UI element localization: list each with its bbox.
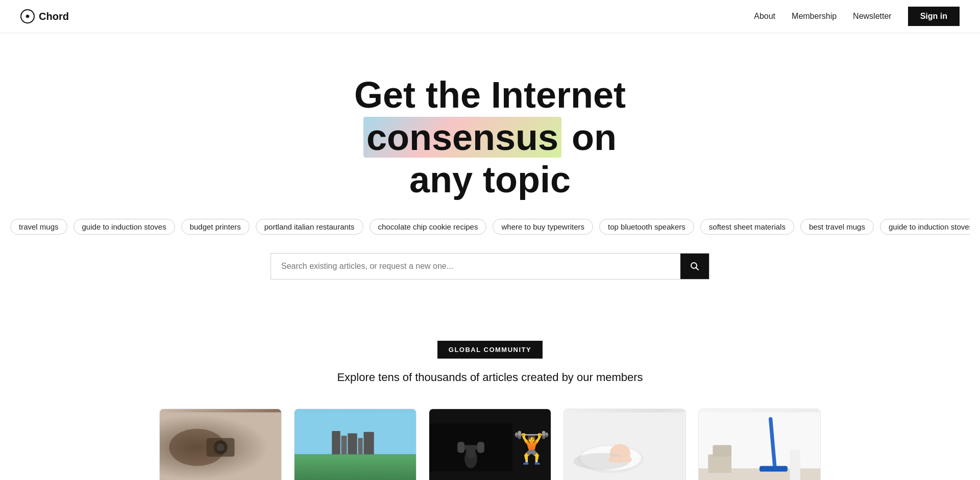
svg-point-26 <box>466 446 476 459</box>
search-bar <box>271 253 709 280</box>
card-image-dashcam <box>160 409 281 480</box>
svg-point-8 <box>217 444 225 451</box>
tag-pill[interactable]: chocolate chip cookie recipes <box>370 219 487 235</box>
nav-about[interactable]: About <box>754 12 775 21</box>
article-card-sleep[interactable] <box>564 409 686 480</box>
signin-button[interactable]: Sign in <box>908 7 960 26</box>
card-image-weights <box>429 409 551 480</box>
community-subtitle: Explore tens of thousands of articles cr… <box>337 371 643 384</box>
search-input[interactable] <box>271 254 680 279</box>
hero-heading: Get the Internet consensus onany topic <box>260 74 720 200</box>
tag-pill[interactable]: best travel mugs <box>800 219 874 235</box>
logo-text: Chord <box>39 11 69 22</box>
svg-point-16 <box>316 465 319 467</box>
article-card-london[interactable] <box>294 409 416 480</box>
navbar: Chord About Membership Newsletter Sign i… <box>0 0 980 33</box>
tag-pill[interactable]: top bluetooth speakers <box>599 219 694 235</box>
svg-rect-15 <box>363 432 374 454</box>
london-svg <box>295 409 416 480</box>
svg-rect-23 <box>457 442 464 453</box>
svg-rect-36 <box>760 466 788 472</box>
tag-pill[interactable]: softest sheet materials <box>700 219 794 235</box>
svg-rect-13 <box>348 434 357 454</box>
card-image-vacuum <box>699 409 820 480</box>
hero-section: Get the Internet consensus onany topic t… <box>0 33 980 310</box>
community-badge: GLOBAL COMMUNITY <box>437 341 543 359</box>
tag-pill[interactable]: guide to induction stoves <box>880 219 970 235</box>
nav-links: About Membership Newsletter Sign in <box>754 7 960 26</box>
card-image-london <box>295 409 416 480</box>
svg-rect-4 <box>160 413 281 480</box>
vacuum-svg <box>699 409 820 480</box>
svg-point-1 <box>26 15 29 18</box>
community-section: GLOBAL COMMUNITY Explore tens of thousan… <box>0 310 980 480</box>
search-icon <box>690 261 700 271</box>
svg-rect-6 <box>207 438 235 457</box>
svg-point-17 <box>326 467 328 470</box>
logo-icon <box>20 9 35 23</box>
nav-membership[interactable]: Membership <box>792 12 837 21</box>
svg-rect-38 <box>708 454 731 473</box>
svg-rect-32 <box>608 457 632 463</box>
tag-pill[interactable]: guide to induction stoves <box>74 219 175 235</box>
svg-point-19 <box>368 464 371 466</box>
tags-container: travel mugsguide to induction stovesbudg… <box>10 219 970 235</box>
card-image-sleep <box>564 409 685 480</box>
tag-pill[interactable]: travel mugs <box>10 219 67 235</box>
cards-row <box>133 409 847 480</box>
svg-rect-14 <box>358 438 362 454</box>
article-card-vacuum[interactable] <box>698 409 821 480</box>
tag-pill[interactable]: portland italian restaurants <box>256 219 363 235</box>
svg-rect-24 <box>477 442 484 453</box>
logo[interactable]: Chord <box>20 9 69 23</box>
article-card-dashcam[interactable] <box>159 409 282 480</box>
svg-line-3 <box>696 268 699 270</box>
tag-pill[interactable]: budget printers <box>181 219 250 235</box>
search-button[interactable] <box>680 254 709 279</box>
svg-rect-39 <box>713 445 731 457</box>
svg-point-5 <box>169 429 225 466</box>
sleep-svg <box>564 409 685 480</box>
nav-newsletter[interactable]: Newsletter <box>853 12 892 21</box>
svg-rect-11 <box>332 431 340 454</box>
svg-rect-37 <box>790 450 800 480</box>
svg-point-18 <box>340 466 342 469</box>
tags-track: travel mugsguide to induction stovesbudg… <box>10 219 970 235</box>
svg-point-7 <box>213 441 227 454</box>
svg-rect-10 <box>295 454 416 480</box>
tag-pill[interactable]: where to buy typewriters <box>493 219 593 235</box>
svg-rect-12 <box>341 436 347 455</box>
article-card-weights[interactable] <box>429 409 551 480</box>
consensus-highlight: consensus <box>363 117 561 158</box>
svg-point-20 <box>386 469 389 472</box>
dashcam-svg <box>160 409 281 480</box>
weights-svg <box>429 409 512 480</box>
